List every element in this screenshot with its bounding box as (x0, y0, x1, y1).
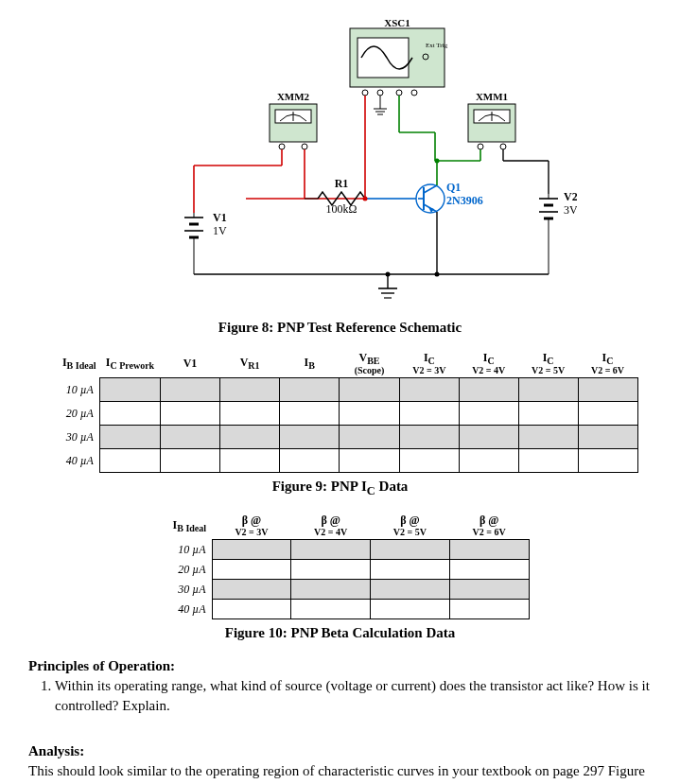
svg-point-6 (411, 90, 417, 96)
svg-point-64 (362, 197, 367, 201)
meter-left-label: XMM2 (276, 91, 309, 102)
svg-point-19 (478, 144, 483, 149)
table-ic-data: IB Ideal IC Prework V1 VR1 IB VBE(Scope)… (43, 349, 638, 473)
table-beta-data: IB Ideal β @V2 = 3V β @V2 = 4V β @V2 = 5… (151, 512, 530, 619)
schematic-svg: XSC1 Ext Trig XMM2 XMM1 (104, 19, 577, 312)
v1-value: 1V (213, 224, 227, 237)
figure8-caption: Figure 8: PNP Test Reference Schematic (28, 320, 652, 336)
principles-list: Within its operating range, what kind of… (55, 676, 652, 715)
svg-point-20 (500, 144, 506, 149)
figure9-caption: Figure 9: PNP IC Data (28, 479, 652, 498)
svg-point-14 (279, 144, 285, 149)
resistor-r1: R1 100kΩ (305, 177, 388, 216)
r1-value: 100kΩ (325, 202, 357, 216)
svg-rect-1 (357, 38, 409, 78)
v1-name: V1 (213, 211, 227, 224)
transistor-q1: Q1 2N3906 (416, 181, 483, 213)
svg-point-4 (377, 90, 383, 96)
source-v1: V1 1V (184, 211, 227, 274)
source-v2: V2 3V (539, 190, 577, 274)
ground-symbol (378, 274, 397, 298)
q1-part: 2N3906 (446, 194, 483, 207)
svg-point-15 (302, 144, 307, 149)
r1-name: R1 (334, 177, 348, 190)
svg-point-5 (396, 90, 402, 96)
analysis-heading: Analysis: (28, 743, 652, 759)
scope-label: XSC1 (384, 19, 410, 28)
q1-name: Q1 (446, 181, 461, 194)
svg-point-3 (362, 90, 368, 96)
svg-point-65 (434, 159, 439, 164)
schematic-figure: XSC1 Ext Trig XMM2 XMM1 (95, 19, 586, 312)
svg-point-2 (423, 54, 428, 60)
figure10-caption: Figure 10: PNP Beta Calculation Data (28, 625, 652, 641)
meter-right-label: XMM1 (475, 91, 507, 102)
v2-value: 3V (564, 203, 577, 217)
v2-name: V2 (564, 190, 577, 203)
svg-point-67 (434, 272, 439, 277)
analysis-body: This should look similar to the operatin… (28, 761, 652, 784)
svg-point-66 (385, 272, 390, 277)
scope-trig: Ext Trig (426, 42, 448, 49)
principles-heading: Principles of Operation: (28, 658, 652, 674)
principles-q1: Within its operating range, what kind of… (55, 676, 652, 715)
